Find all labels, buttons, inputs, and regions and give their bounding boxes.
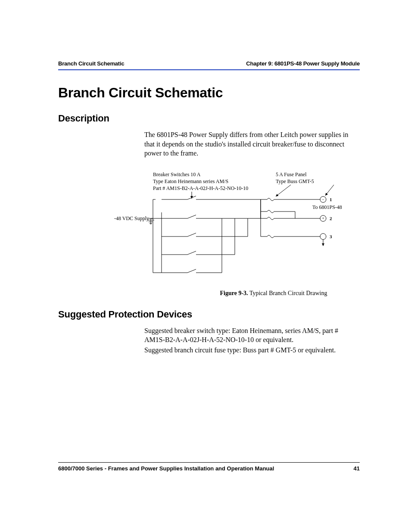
figure-caption: Figure 9-3. Typical Branch Circuit Drawi… bbox=[187, 290, 360, 297]
figure-9-3: Breaker Switches 10 A Type Eaton Heinema… bbox=[114, 168, 360, 297]
lbl-breaker1: Breaker Switches 10 A bbox=[153, 171, 201, 177]
lbl-fuse1: 5 A Fuse Panel bbox=[276, 171, 307, 177]
terminal-3 bbox=[320, 233, 326, 240]
terminal-2-num: 2 bbox=[330, 216, 332, 221]
devices-line2: Suggested branch circuit fuse type: Buss… bbox=[144, 345, 360, 355]
svg-line-19 bbox=[187, 233, 196, 236]
schematic-diagram: Breaker Switches 10 A Type Eaton Heinema… bbox=[114, 168, 360, 280]
branch-5 bbox=[153, 269, 222, 273]
devices-line1: Suggested breaker switch type: Eaton Hei… bbox=[144, 326, 360, 345]
figure-number: Figure 9-3. bbox=[220, 290, 248, 296]
svg-line-2 bbox=[325, 185, 334, 196]
figure-caption-text: Typical Branch Circuit Drawing bbox=[249, 290, 327, 296]
svg-line-16 bbox=[187, 215, 196, 218]
svg-line-22 bbox=[187, 251, 196, 255]
section-description-heading: Description bbox=[58, 113, 360, 124]
running-footer: 6800/7000 Series - Frames and Power Supp… bbox=[58, 462, 360, 472]
header-left: Branch Circuit Schematic bbox=[58, 60, 124, 67]
branch-1 bbox=[162, 196, 261, 199]
footer-left: 6800/7000 Series - Frames and Power Supp… bbox=[58, 465, 274, 472]
branch-2 bbox=[162, 215, 261, 218]
terminal-3-num: 3 bbox=[330, 234, 332, 239]
lbl-supply: -48 VDC Supply bbox=[114, 215, 149, 221]
lbl-breaker2: Type Eaton Heinemann series AM/S bbox=[153, 178, 228, 184]
running-header: Branch Circuit Schematic Chapter 9: 6801… bbox=[58, 60, 360, 70]
section-devices-heading: Suggested Protection Devices bbox=[58, 309, 360, 320]
svg-line-25 bbox=[187, 269, 196, 273]
svg-line-1 bbox=[276, 185, 291, 196]
lbl-breaker3: Part # AM1S-B2-A-A-02J-H-A-52-NO-10-10 bbox=[153, 185, 248, 191]
terminal-2-sign: + bbox=[322, 216, 324, 221]
footer-page-number: 41 bbox=[354, 465, 360, 472]
lbl-to: To 6801PS-48 bbox=[312, 204, 342, 210]
terminal-1-sign: - bbox=[322, 197, 324, 202]
header-right: Chapter 9: 6801PS-48 Power Supply Module bbox=[246, 60, 360, 67]
description-body: The 6801PS-48 Power Supply differs from … bbox=[144, 130, 360, 158]
lbl-fuse2: Type Buss GMT-5 bbox=[276, 178, 314, 184]
branch-4 bbox=[162, 251, 235, 255]
terminal-1-num: 1 bbox=[330, 197, 332, 202]
page-title: Branch Circuit Schematic bbox=[58, 85, 360, 101]
